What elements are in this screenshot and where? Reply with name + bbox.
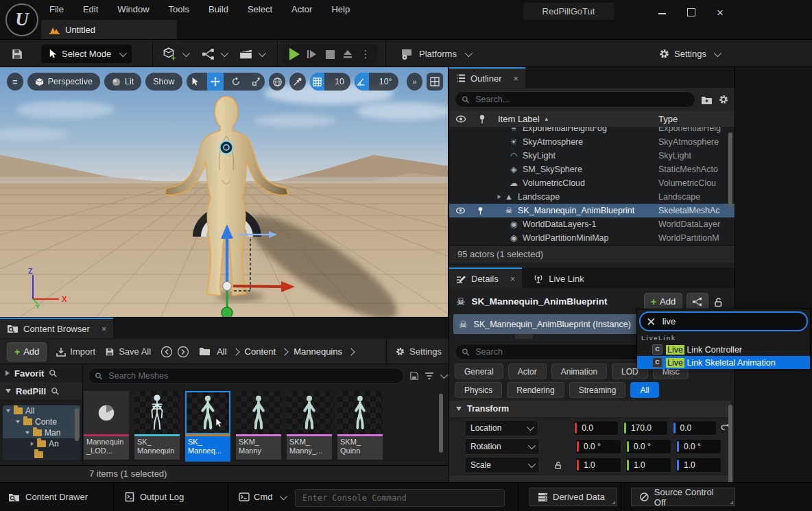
- lit-dropdown[interactable]: Lit: [104, 73, 141, 91]
- outliner-search-input[interactable]: [455, 91, 695, 108]
- outliner-row[interactable]: ▲LandscapeLandscape: [449, 190, 735, 204]
- grid-snap-toggle[interactable]: [310, 73, 324, 91]
- eye-icon[interactable]: [455, 115, 466, 123]
- source-control-button[interactable]: Source Control Off: [631, 488, 735, 506]
- menu-file[interactable]: File: [40, 0, 73, 19]
- clear-icon[interactable]: [647, 318, 655, 326]
- play-options-button[interactable]: ⋮: [357, 45, 374, 63]
- search-icon[interactable]: [49, 369, 58, 378]
- outliner-row[interactable]: ◠SkyLightSkyLight: [449, 149, 735, 163]
- scale-lock-icon[interactable]: [553, 460, 562, 470]
- add-menu-search[interactable]: [639, 311, 808, 331]
- scale-dropdown[interactable]: Scale: [464, 457, 540, 473]
- blueprints-button[interactable]: [199, 45, 229, 63]
- surface-snapping-button[interactable]: [289, 73, 306, 91]
- asset-sk-mannequin-selected[interactable]: SK_Manneq...: [185, 391, 230, 462]
- tab-outliner[interactable]: Outliner ×: [449, 67, 525, 88]
- asset-search-input[interactable]: [88, 368, 404, 384]
- scale-z-field[interactable]: 1.0: [676, 457, 721, 473]
- location-z-field[interactable]: 0.0: [672, 420, 717, 436]
- rotation-z-field[interactable]: 0.0 °: [676, 439, 721, 454]
- category-rendering[interactable]: Rendering: [507, 382, 564, 398]
- tree-item-clipped[interactable]: [3, 449, 80, 460]
- add-actor-button[interactable]: +: [159, 45, 191, 63]
- edit-blueprint-button[interactable]: [686, 293, 708, 311]
- outliner-row[interactable]: ◈SM_SkySphereStaticMeshActo: [449, 163, 735, 176]
- column-type[interactable]: Type: [658, 114, 678, 124]
- scale-x-field[interactable]: 1.0: [575, 457, 621, 473]
- add-component-button[interactable]: + Add: [644, 293, 682, 311]
- menu-item-live-link-controller[interactable]: C Live Link Controller: [637, 343, 810, 356]
- cb-add-button[interactable]: + Add: [7, 342, 47, 361]
- move-tool-button[interactable]: [207, 73, 224, 91]
- save-search-icon[interactable]: [409, 371, 419, 381]
- crumb-mannequins[interactable]: Mannequins: [294, 346, 342, 357]
- assets-scrollbar[interactable]: [439, 394, 443, 453]
- grid-snap-value[interactable]: 10: [329, 73, 350, 91]
- location-x-field[interactable]: 0.0: [573, 420, 619, 436]
- maximize-button[interactable]: [679, 5, 704, 21]
- crumb-content[interactable]: Content: [245, 346, 276, 357]
- asset-skm-manny-simple[interactable]: SKM_Manny_...: [287, 391, 332, 460]
- source-section[interactable]: RedPill: [0, 382, 82, 400]
- forward-button[interactable]: [177, 346, 189, 358]
- tree-item-content[interactable]: Conte: [3, 416, 80, 427]
- save-button[interactable]: [8, 45, 26, 63]
- category-general[interactable]: General: [455, 364, 503, 379]
- pin-icon[interactable]: [477, 206, 483, 215]
- show-dropdown[interactable]: Show: [145, 73, 182, 91]
- eject-button[interactable]: [339, 45, 357, 63]
- column-item-label[interactable]: Item Label: [498, 114, 540, 124]
- category-all[interactable]: All: [630, 382, 658, 398]
- derived-data-button[interactable]: Derived Data: [529, 488, 617, 506]
- transform-section-header[interactable]: Transform: [449, 401, 730, 417]
- outliner-row[interactable]: ◉WorldDataLayers-1WorldDataLayer: [449, 217, 735, 231]
- select-tool-button[interactable]: [187, 73, 203, 91]
- asset-skm-quinn[interactable]: SKM_Quinn: [337, 391, 383, 460]
- expand-icon[interactable]: [498, 195, 501, 199]
- crumb-all[interactable]: All: [217, 346, 226, 357]
- search-icon[interactable]: [51, 387, 60, 396]
- expand-toolbar-button[interactable]: »: [407, 73, 423, 91]
- frame-skip-button[interactable]: [303, 45, 321, 63]
- stop-button[interactable]: [321, 45, 339, 63]
- tree-item-mannequins[interactable]: Man: [3, 427, 80, 438]
- pin-icon[interactable]: [479, 115, 486, 124]
- close-icon[interactable]: ×: [510, 274, 516, 284]
- cinematics-button[interactable]: [236, 45, 267, 63]
- rotation-y-field[interactable]: 0.0 °: [625, 439, 671, 454]
- location-dropdown[interactable]: Location: [464, 420, 538, 436]
- cmd-dropdown[interactable]: Cmd: [239, 483, 285, 511]
- outliner-row[interactable]: ☁VolumetricCloudVolumetricClou: [449, 176, 735, 190]
- viewport-options-button[interactable]: ≡: [7, 73, 23, 91]
- perspective-dropdown[interactable]: Perspective: [27, 73, 100, 91]
- outliner-scrollbar[interactable]: [728, 132, 732, 208]
- category-actor[interactable]: Actor: [508, 364, 547, 379]
- close-button[interactable]: ×: [708, 5, 732, 21]
- close-icon[interactable]: ×: [514, 73, 519, 84]
- eye-icon[interactable]: [455, 207, 466, 214]
- tab-details[interactable]: Details ×: [449, 268, 522, 288]
- world-space-button[interactable]: [269, 73, 285, 91]
- content-drawer-button[interactable]: Content Drawer: [8, 483, 88, 511]
- scale-y-field[interactable]: 1.0: [625, 457, 671, 473]
- category-animation[interactable]: Animation: [551, 364, 607, 379]
- play-button[interactable]: [285, 45, 303, 63]
- save-all-button[interactable]: Save All: [105, 346, 151, 357]
- filter-button[interactable]: [425, 372, 446, 380]
- details-scrollbar[interactable]: [728, 405, 732, 482]
- add-menu-query-input[interactable]: [661, 316, 800, 327]
- tree-scrollbar[interactable]: [75, 408, 79, 441]
- lock-button[interactable]: [713, 296, 724, 307]
- asset-skm-manny[interactable]: SKM_Manny: [236, 391, 281, 460]
- output-log-button[interactable]: Output Log: [125, 483, 184, 511]
- category-physics[interactable]: Physics: [455, 382, 502, 398]
- close-icon[interactable]: ×: [102, 324, 107, 334]
- rotation-dropdown[interactable]: Rotation: [464, 438, 540, 455]
- menu-actor[interactable]: Actor: [282, 0, 322, 19]
- outliner-row-selected[interactable]: ☠ SK_Mannequin_AnimBlueprintSkeletalMesh…: [449, 204, 735, 217]
- tree-item-animations[interactable]: An: [3, 438, 80, 449]
- settings-dropdown[interactable]: Settings: [658, 45, 719, 63]
- scale-tool-button[interactable]: [248, 73, 265, 91]
- add-folder-icon[interactable]: [701, 95, 713, 105]
